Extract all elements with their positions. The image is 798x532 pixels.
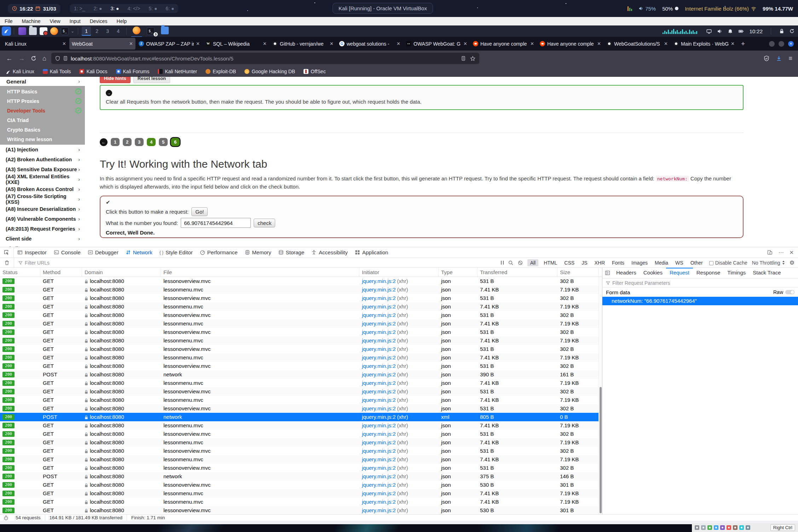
bookmark-star-icon[interactable] — [470, 56, 475, 61]
browser-tab[interactable]: Main Exploits · WebG✕ — [671, 38, 737, 50]
initiator-link[interactable]: jquery.min.js:2 — [362, 312, 396, 318]
host-workspace[interactable]: 5: ● — [149, 6, 157, 11]
network-request-row[interactable]: 200GETlocalhost:8080lessonoverview.mvcjq… — [0, 362, 598, 370]
initiator-link[interactable]: jquery.min.js:2 — [362, 287, 396, 293]
initiator-link[interactable]: jquery.min.js:2 — [362, 337, 396, 343]
devtools-tab-style-editor[interactable]: { }Style Editor — [156, 247, 196, 258]
panel-tab-response[interactable]: Response — [693, 268, 724, 278]
reload-button[interactable] — [31, 56, 36, 61]
page-button[interactable]: 6 — [171, 138, 180, 146]
type-filter-fonts[interactable]: Fonts — [610, 259, 626, 266]
logout-icon[interactable] — [790, 29, 794, 34]
network-request-row[interactable]: 200POSTlocalhost:8080networkjquery.min.j… — [0, 472, 598, 481]
responsive-design-icon[interactable] — [767, 250, 773, 255]
vbox-menu-input[interactable]: Input — [65, 18, 85, 25]
mouse-integration-icon[interactable] — [746, 525, 750, 530]
type-filter-all[interactable]: All — [527, 259, 539, 266]
reset-lesson-button[interactable]: Reset lesson — [133, 77, 170, 83]
initiator-link[interactable]: jquery.min.js:2 — [362, 414, 396, 420]
initiator-link[interactable]: jquery.min.js:2 — [362, 397, 396, 403]
network-request-row[interactable]: 200GETlocalhost:8080lessonoverview.mvcjq… — [0, 277, 598, 285]
reader-mode-icon[interactable] — [461, 56, 466, 61]
initiator-link[interactable]: jquery.min.js:2 — [362, 405, 396, 411]
tab-close-icon[interactable]: ✕ — [263, 41, 267, 46]
hint-arrow-icon[interactable]: → — [106, 90, 112, 96]
bookmark-exploitdb[interactable]: Exploit-DB — [206, 69, 236, 74]
initiator-link[interactable]: jquery.min.js:2 — [362, 499, 396, 505]
browser-tab[interactable]: ●●OWASP WebGoat: G✕ — [404, 38, 470, 50]
panel-tab-cookies[interactable]: Cookies — [640, 268, 666, 278]
throttling-select[interactable]: No Throttling — [752, 260, 785, 266]
display-icon[interactable] — [706, 29, 712, 34]
optical-drives-icon[interactable] — [701, 525, 706, 530]
column-header-domain[interactable]: Domain — [82, 268, 161, 277]
page-button[interactable]: 2 — [123, 138, 132, 146]
sidebar-category[interactable]: (A9) Vulnerable Components› — [0, 214, 85, 224]
tab-close-icon[interactable]: ✕ — [196, 41, 200, 46]
initiator-link[interactable]: jquery.min.js:2 — [362, 320, 396, 326]
usb-icon[interactable] — [720, 525, 725, 530]
previous-page-button[interactable]: ← — [100, 138, 108, 146]
network-request-row[interactable]: 200GETlocalhost:8080lessonmenu.mvcjquery… — [0, 498, 598, 506]
column-header-size[interactable]: Size — [557, 268, 598, 277]
terminal-launcher-icon[interactable]: $_ — [61, 27, 69, 35]
network-request-row[interactable]: 200GETlocalhost:8080lessonmenu.mvcjquery… — [0, 302, 598, 311]
workspace-button[interactable]: 3 — [103, 27, 112, 36]
minimize-button[interactable] — [769, 41, 775, 47]
audio-icon[interactable] — [707, 525, 712, 530]
browser-tab[interactable]: Gwebgoat solutions -✕ — [337, 38, 403, 50]
tab-close-icon[interactable]: ✕ — [397, 41, 400, 46]
text-editor-icon[interactable] — [40, 27, 47, 35]
vbox-menu-help[interactable]: Help — [112, 18, 132, 25]
search-icon[interactable] — [508, 260, 513, 265]
initiator-link[interactable]: jquery.min.js:2 — [362, 303, 396, 310]
type-filter-other[interactable]: Other — [689, 259, 705, 266]
type-filter-ws[interactable]: WS — [673, 259, 685, 266]
devtools-close-icon[interactable]: ✕ — [789, 249, 794, 256]
shared-folders-icon[interactable] — [727, 525, 731, 530]
page-button[interactable]: 1 — [111, 138, 120, 146]
sidebar-category[interactable]: (A8:2013) Request Forgeries› — [0, 224, 85, 234]
panel-tab-request[interactable]: Request — [666, 268, 693, 278]
browser-tab[interactable]: GitHub - vernjan/we✕ — [270, 38, 336, 50]
filter-request-parameters-input[interactable]: Filter Request Parameters — [602, 278, 798, 288]
sidebar-category[interactable]: (A5) Broken Access Control› — [0, 184, 85, 194]
type-filter-css[interactable]: CSS — [562, 259, 576, 266]
panel-tab-timings[interactable]: Timings — [724, 268, 749, 278]
home-button[interactable]: ⌂ — [42, 55, 46, 62]
browser-tab[interactable]: ZOWASP ZAP – ZAP in✕ — [136, 38, 202, 50]
running-firefox-icon[interactable] — [131, 27, 142, 36]
extension-shield-icon[interactable] — [764, 56, 769, 61]
panel-tab-headers[interactable]: Headers — [613, 268, 640, 278]
tab-close-icon[interactable]: ✕ — [530, 41, 534, 46]
speaker-icon[interactable] — [717, 29, 722, 34]
initiator-link[interactable]: jquery.min.js:2 — [362, 371, 396, 377]
column-header-transferred[interactable]: Transferred — [478, 268, 557, 277]
form-data-param[interactable]: networkNum: "66.90761745442964" — [602, 297, 798, 305]
sidebar-category[interactable]: Challenges› — [0, 244, 85, 247]
sidebar-category[interactable]: Client side› — [0, 234, 85, 244]
site-info-icon[interactable] — [63, 56, 68, 61]
workspace-button[interactable]: 2 — [92, 27, 102, 36]
sidebar-lesson-item[interactable]: Crypto Basics — [0, 125, 85, 134]
bookmark-kali-forums[interactable]: Kali Forums — [116, 69, 150, 74]
downloads-icon[interactable] — [776, 56, 782, 61]
block-requests-icon[interactable] — [518, 260, 523, 265]
clear-requests-icon[interactable] — [4, 260, 10, 265]
bookmark-nethunter[interactable]: Kali NetHunter — [158, 69, 197, 74]
bookmark-ghdb[interactable]: Google Hacking DB — [244, 69, 295, 74]
network-request-row[interactable]: 200GETlocalhost:8080lessonmenu.mvcjquery… — [0, 438, 598, 447]
answer-input[interactable] — [181, 218, 251, 228]
table-scrollbar[interactable] — [598, 277, 602, 514]
network-request-row[interactable]: 200GETlocalhost:8080lessonoverview.mvcjq… — [0, 294, 598, 302]
network-request-row[interactable]: 200GETlocalhost:8080lessonoverview.mvcjq… — [0, 387, 598, 396]
back-button[interactable]: ← — [6, 55, 12, 62]
network-request-row[interactable]: 200GETlocalhost:8080lessonoverview.mvcjq… — [0, 404, 598, 413]
url-bar[interactable]: localhost:8080/WebGoat/start.mvc#lesson/… — [51, 53, 479, 64]
column-header-status[interactable]: Status — [0, 268, 40, 277]
network-settings-gear-icon[interactable]: ⚙ — [790, 259, 794, 266]
network-request-row[interactable]: 200GETlocalhost:8080lessonmenu.mvcjquery… — [0, 353, 598, 362]
devtools-tab-debugger[interactable]: Debugger — [84, 247, 122, 258]
devtools-tab-inspector[interactable]: Inspector — [14, 247, 50, 258]
host-workspace-switcher[interactable]: 1: >_2: ●3: ●4: </>5: ●6: ● — [70, 4, 178, 13]
